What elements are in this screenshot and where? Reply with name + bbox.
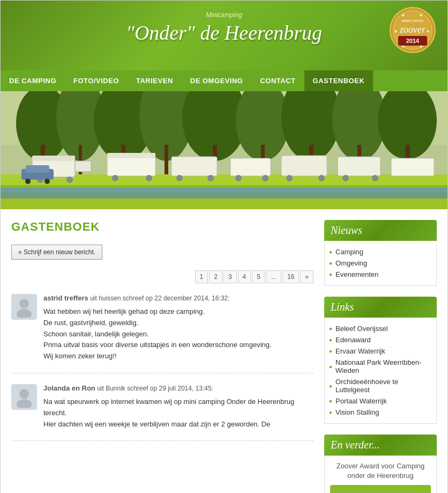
guest-entry: astrid treffers uit huissen schreef op 2… (11, 294, 313, 373)
guest-entry: Jolanda en Ron uit Bunnik schreef op 29 … (11, 384, 313, 441)
nieuws-item-camping[interactable]: Camping (329, 246, 432, 257)
page-1[interactable]: 1 (195, 270, 208, 283)
link-item-1[interactable]: Edenaward (329, 334, 432, 345)
svg-rect-42 (107, 153, 155, 158)
nav-de-camping[interactable]: DE CAMPING (1, 70, 65, 91)
svg-rect-37 (32, 156, 75, 161)
svg-rect-40 (75, 161, 91, 172)
links-box: Links Beleef Overijssel Edenaward Ervaar… (324, 297, 437, 424)
page-ellipsis: ... (266, 270, 281, 283)
svg-point-48 (44, 179, 50, 184)
guest-content: astrid treffers uit huissen schreef op 2… (43, 294, 313, 362)
svg-point-56 (286, 175, 293, 181)
guest-name-1: astrid treffers (43, 294, 88, 302)
award-badge: ★ ★ ★ ★ ★ ★ award winner zoover 2014 (389, 6, 437, 54)
nieuws-item-evenementen[interactable]: Evenementen (329, 269, 432, 280)
nieuws-box: Nieuws Camping Omgeving Evenementen (324, 220, 437, 286)
nieuws-header: Nieuws (324, 220, 437, 241)
svg-point-43 (112, 175, 118, 181)
zoover-award-image: ★★★★★ zoover (330, 485, 431, 493)
guest-info-2: uit Bunnik schreef op 29 juli 2014, 13:4… (97, 385, 213, 392)
link-item-5[interactable]: Portaal Waterrijk (329, 395, 432, 407)
zoover-text: Zoover Award voor Camping onder de Heere… (330, 461, 431, 481)
nieuws-list: Camping Omgeving Evenementen (324, 241, 437, 286)
page-3[interactable]: 3 (223, 270, 237, 283)
nieuws-item-omgeving[interactable]: Omgeving (329, 257, 432, 269)
svg-rect-55 (281, 156, 327, 176)
page-title: GASTENBOEK (11, 220, 313, 234)
sidebar: Nieuws Camping Omgeving Evenementen (324, 220, 437, 493)
svg-text:★: ★ (426, 29, 430, 34)
svg-text:zoover: zoover (399, 24, 426, 35)
nav-contact[interactable]: CONTACT (251, 70, 304, 91)
svg-point-65 (19, 389, 29, 399)
write-new-button[interactable]: » Schrijf een nieuw bericht. (11, 245, 102, 260)
link-item-4[interactable]: Orchideeënhoeve te Luttelgeest (329, 376, 432, 395)
site-title: "Onder" de Heerenbrug (11, 21, 437, 45)
nieuws-title: Nieuws (331, 224, 430, 237)
en-verder-title: En verder... (331, 439, 430, 451)
svg-rect-62 (1, 198, 447, 209)
svg-point-50 (176, 175, 183, 181)
svg-point-51 (207, 175, 214, 181)
nav-foto-video[interactable]: FOTO/VIDEO (65, 70, 128, 91)
links-title: Links (331, 301, 430, 313)
site-subtitle: Minicamping (11, 11, 437, 19)
main-column: GASTENBOEK » Schrijf een nieuw bericht. … (11, 220, 313, 493)
en-verder-box: En verder... Zoover Award voor Camping o… (324, 435, 437, 493)
guest-text-2: Na wat speurwerk op internet kwamen wij … (43, 396, 313, 430)
svg-rect-46 (26, 165, 49, 173)
zoover-award-section: Zoover Award voor Camping onder de Heere… (324, 455, 437, 493)
links-list: Beleef Overijssel Edenaward Ervaar Water… (324, 318, 437, 424)
site-header: Minicamping "Onder" de Heerenbrug ★ ★ ★ … (1, 1, 447, 70)
hero-image (1, 91, 447, 209)
guest-content: Jolanda en Ron uit Bunnik schreef op 29 … (43, 384, 313, 430)
guest-meta-1: astrid treffers uit huissen schreef op 2… (43, 294, 313, 302)
svg-point-63 (19, 299, 29, 308)
link-item-3[interactable]: Nationaal Park Weerribben-Wieden (329, 357, 432, 376)
page-2[interactable]: 2 (209, 270, 222, 283)
svg-point-47 (25, 179, 31, 184)
svg-point-44 (146, 175, 152, 181)
guest-meta-2: Jolanda en Ron uit Bunnik schreef op 29 … (43, 384, 313, 392)
guest-name-2: Jolanda en Ron (43, 384, 95, 392)
page-5[interactable]: 5 (252, 270, 265, 283)
link-item-6[interactable]: Vision Stalling (329, 407, 432, 418)
svg-text:2014: 2014 (406, 38, 420, 44)
svg-rect-52 (230, 158, 271, 176)
nav-tarieven[interactable]: TARIEVEN (128, 70, 182, 91)
svg-point-60 (372, 175, 378, 181)
nav-gastenboek[interactable]: GASTENBOEK (304, 70, 374, 91)
link-item-2[interactable]: Ervaar Waterrijk (329, 345, 432, 357)
en-verder-header: En verder... (324, 435, 437, 455)
svg-rect-26 (165, 145, 168, 177)
guest-avatar (11, 294, 37, 320)
nav-de-omgeving[interactable]: DE OMGEVING (182, 70, 252, 91)
svg-point-54 (262, 175, 268, 181)
svg-text:★: ★ (401, 13, 405, 18)
svg-point-57 (318, 175, 325, 181)
links-header: Links (324, 297, 437, 318)
svg-rect-58 (338, 157, 380, 176)
guest-text-1: Wat hebben wij het heerlijk gehad op dez… (43, 306, 313, 362)
svg-rect-35 (1, 188, 447, 192)
main-nav: DE CAMPING FOTO/VIDEO TARIEVEN DE OMGEVI… (1, 70, 447, 91)
guest-avatar (11, 384, 37, 410)
svg-text:★: ★ (419, 13, 423, 18)
page-4[interactable]: 4 (238, 270, 251, 283)
svg-rect-67 (330, 485, 431, 493)
link-item-0[interactable]: Beleef Overijssel (329, 323, 432, 334)
svg-point-64 (17, 309, 32, 318)
svg-rect-49 (171, 157, 217, 176)
svg-point-53 (235, 175, 242, 181)
page-next[interactable]: » (300, 270, 313, 283)
svg-point-66 (17, 399, 32, 408)
svg-text:★: ★ (394, 29, 398, 34)
svg-rect-41 (107, 156, 155, 176)
guest-info-1: uit huissen schreef op 22 december 2014,… (90, 295, 229, 302)
svg-text:award winner: award winner (401, 19, 424, 23)
page-16[interactable]: 16 (282, 270, 299, 283)
svg-rect-61 (391, 158, 434, 176)
pagination: 1 2 3 4 5 ... 16 » (11, 270, 313, 283)
svg-point-39 (66, 176, 73, 183)
